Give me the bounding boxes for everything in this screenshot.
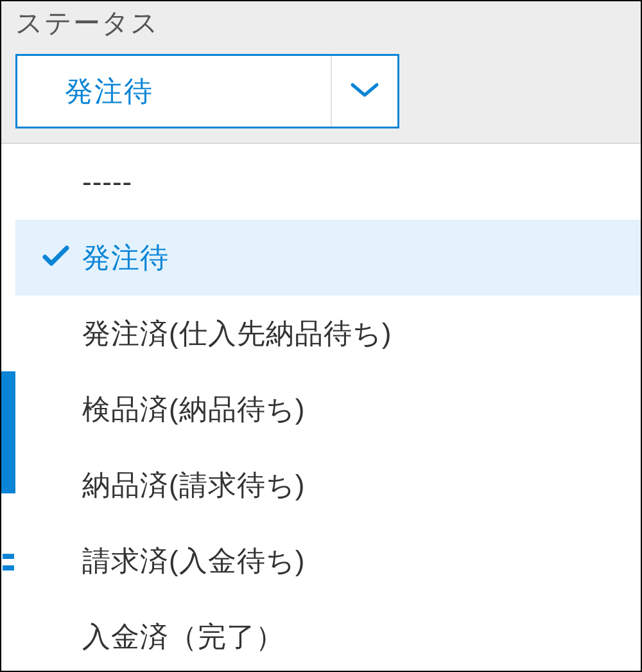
left-edge-stripes bbox=[3, 554, 14, 579]
header-area: ステータス 発注待 bbox=[1, 1, 641, 144]
status-option-inspected[interactable]: 検品済(納品待ち) bbox=[15, 371, 641, 447]
status-field-label: ステータス bbox=[15, 5, 159, 41]
status-dropdown: ----- 発注待 発注済(仕入先納品待ち) 検品済(納品待ち) 納品済(請求待… bbox=[15, 144, 641, 671]
status-option-label: 発注待 bbox=[82, 239, 169, 277]
status-option-label: 検品済(納品待ち) bbox=[82, 391, 305, 429]
status-select[interactable]: 発注待 bbox=[15, 54, 399, 128]
status-option-delivered[interactable]: 納品済(請求待ち) bbox=[15, 447, 641, 523]
status-option-label: 発注済(仕入先納品待ち) bbox=[82, 315, 392, 353]
left-edge-highlight bbox=[1, 371, 15, 493]
status-option-blank[interactable]: ----- bbox=[15, 144, 641, 220]
status-select-toggle[interactable] bbox=[331, 56, 397, 127]
status-option-invoiced[interactable]: 請求済(入金待ち) bbox=[15, 523, 641, 599]
status-select-value: 発注待 bbox=[17, 73, 331, 111]
check-icon bbox=[42, 242, 69, 274]
status-option-ordered[interactable]: 発注済(仕入先納品待ち) bbox=[15, 296, 641, 371]
status-option-label: 納品済(請求待ち) bbox=[82, 466, 305, 504]
status-option-paid[interactable]: 入金済（完了） bbox=[15, 599, 641, 672]
status-option-pending-order[interactable]: 発注待 bbox=[15, 220, 641, 296]
chevron-down-icon bbox=[350, 81, 379, 102]
status-option-label: 入金済（完了） bbox=[82, 618, 284, 656]
status-option-label: ----- bbox=[82, 166, 132, 198]
status-option-label: 請求済(入金待ち) bbox=[82, 542, 305, 580]
